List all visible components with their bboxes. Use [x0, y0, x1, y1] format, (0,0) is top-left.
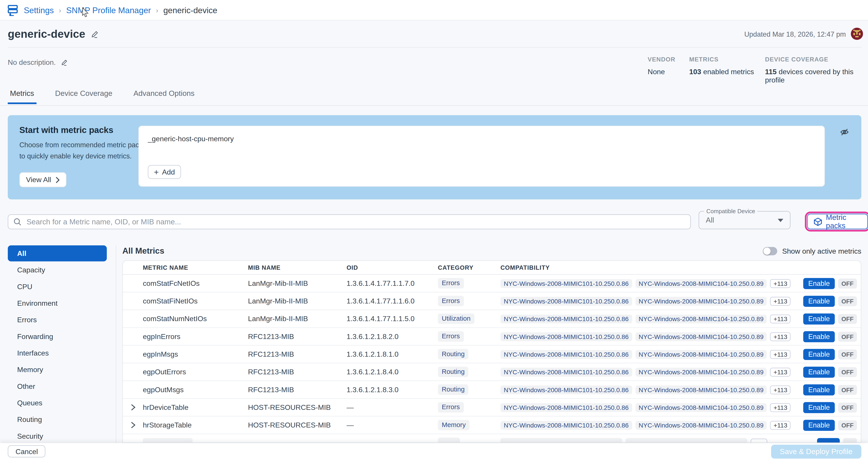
- more-devices-chip[interactable]: +113: [770, 314, 791, 323]
- category-cell: Errors: [438, 278, 500, 288]
- enable-button[interactable]: Enable: [803, 278, 835, 289]
- mib-name-cell: HOST-RESOURCES-MIB: [248, 421, 346, 429]
- compatibility-chip: NYC-Windows-2008-MIMIC101-10.250.0.86: [500, 314, 632, 323]
- edit-title-icon[interactable]: [91, 30, 99, 38]
- sidebar-item-interfaces[interactable]: Interfaces: [8, 345, 107, 361]
- more-devices-chip[interactable]: +113: [770, 367, 791, 376]
- off-status-badge: OFF: [838, 314, 857, 324]
- cancel-button[interactable]: Cancel: [8, 446, 46, 458]
- show-active-toggle[interactable]: [763, 247, 777, 255]
- off-status-badge: OFF: [838, 278, 857, 288]
- compatibility-cell: [500, 438, 807, 443]
- enable-button[interactable]: Enable: [803, 331, 835, 342]
- more-devices-chip[interactable]: +113: [770, 421, 791, 429]
- category-cell: Memory: [438, 420, 500, 430]
- enable-button[interactable]: Enable: [803, 384, 835, 395]
- sidebar-item-cpu[interactable]: CPU: [8, 279, 107, 295]
- more-devices-chip[interactable]: +113: [770, 332, 791, 341]
- metric-name[interactable]: egpInMsgs: [143, 350, 178, 358]
- stat-label: VENDOR: [648, 56, 676, 63]
- compatibility-chip: [500, 438, 622, 443]
- search-input[interactable]: [26, 217, 685, 226]
- metric-name[interactable]: comStatFcNetIOs: [143, 279, 199, 287]
- category-sidebar: AllCapacityCPUEnvironmentErrorsForwardin…: [8, 245, 107, 443]
- sidebar-item-all[interactable]: All: [8, 245, 107, 262]
- metric-name[interactable]: egpOutErrors: [143, 368, 186, 376]
- sidebar-item-capacity[interactable]: Capacity: [8, 262, 107, 278]
- breadcrumb-item-snmp-profile-manager[interactable]: SNMP Profile Manager: [66, 5, 151, 15]
- metric-name[interactable]: comStatNumNetIOs: [143, 315, 207, 323]
- more-devices-chip[interactable]: [751, 439, 767, 443]
- metric-pack-name: _generic-host-cpu-memory: [148, 134, 234, 143]
- oid-cell: 1.3.6.1.4.1.77.1.1.5.0: [346, 315, 438, 323]
- oid-cell: 1.3.6.1.2.1.8.3.0: [346, 386, 438, 394]
- metric-name[interactable]: egpInErrors: [143, 332, 180, 341]
- tab-device-coverage[interactable]: Device Coverage: [53, 89, 115, 104]
- breadcrumb: Settings›SNMP Profile Manager›generic-de…: [0, 0, 868, 21]
- off-status-badge: [843, 438, 857, 443]
- compatibility-chip: NYC-Windows-2008-MIMIC101-10.250.0.86: [500, 279, 632, 288]
- metric-packs-button[interactable]: Metric packs: [807, 214, 868, 229]
- category-chip: Routing: [438, 349, 468, 359]
- more-devices-chip[interactable]: +113: [770, 279, 791, 288]
- enable-button[interactable]: Enable: [803, 420, 835, 431]
- sidebar-item-other[interactable]: Other: [8, 378, 107, 394]
- view-all-button[interactable]: View All: [20, 172, 67, 187]
- category-cell: Errors: [438, 402, 500, 412]
- enable-button[interactable]: Enable: [803, 348, 835, 360]
- more-devices-chip[interactable]: +113: [770, 385, 791, 394]
- compatibility-chip: NYC-Windows-2008-MIMIC104-10.250.0.89: [635, 403, 767, 412]
- metric-name-cell: egpInMsgs: [143, 350, 248, 358]
- metric-name-cell: hrStorageTable: [143, 421, 248, 429]
- sidebar-item-errors[interactable]: Errors: [8, 312, 107, 328]
- mib-name-cell: LanMgr-Mib-II-MIB: [248, 297, 346, 305]
- more-devices-chip[interactable]: +113: [770, 350, 791, 359]
- more-devices-chip[interactable]: +113: [770, 297, 791, 305]
- mib-name-cell: RFC1213-MIB: [248, 368, 346, 376]
- compatibility-chip: NYC-Windows-2008-MIMIC104-10.250.0.89: [635, 421, 767, 429]
- oid-cell: —: [346, 403, 438, 411]
- sidebar-item-memory[interactable]: Memory: [8, 362, 107, 378]
- enable-button[interactable]: Enable: [803, 402, 835, 413]
- tab-advanced-options[interactable]: Advanced Options: [131, 89, 197, 104]
- sidebar-item-forwarding[interactable]: Forwarding: [8, 329, 107, 344]
- category-chip: Errors: [438, 296, 464, 306]
- sidebar-item-security[interactable]: Security: [8, 428, 107, 443]
- row-actions: EnableOFF: [808, 366, 861, 377]
- more-devices-chip[interactable]: +113: [770, 403, 791, 412]
- enable-button[interactable]: Enable: [803, 313, 835, 324]
- sidebar-scrollbar[interactable]: [116, 245, 116, 443]
- sidebar-item-queues[interactable]: Queues: [8, 395, 107, 411]
- category-cell: Utilization: [438, 313, 500, 324]
- metric-name[interactable]: egpOutMsgs: [143, 386, 184, 394]
- expand-chevron-icon[interactable]: [123, 422, 143, 429]
- metrics-table: METRIC NAMEMIB NAMEOIDCATEGORYCOMPATIBIL…: [122, 261, 862, 443]
- metric-name-cell: egpInErrors: [143, 332, 248, 341]
- off-status-badge: OFF: [838, 385, 857, 395]
- add-pack-button[interactable]: + Add: [148, 165, 181, 179]
- expand-chevron-icon[interactable]: [123, 404, 143, 411]
- save-deploy-button[interactable]: Save & Deploy Profile: [771, 445, 861, 459]
- stat-metrics: METRICS103 enabled metrics: [689, 56, 754, 76]
- mib-name-cell: HOST-RESOURCES-MIB: [248, 403, 346, 411]
- enable-button[interactable]: Enable: [803, 296, 835, 307]
- category-cell: [438, 437, 500, 443]
- enable-button[interactable]: [817, 438, 840, 443]
- row-actions: EnableOFF: [808, 402, 861, 413]
- breadcrumb-item-settings[interactable]: Settings: [24, 5, 54, 15]
- oid-cell: —: [346, 421, 438, 429]
- stat-label: DEVICE COVERAGE: [765, 56, 868, 63]
- metric-name[interactable]: comStatFiNetIOs: [143, 297, 197, 305]
- compatibility-chip: NYC-Windows-2008-MIMIC101-10.250.0.86: [500, 332, 632, 341]
- compatible-device-select[interactable]: Compatible Device All: [699, 211, 790, 229]
- metric-name[interactable]: hrDeviceTable: [143, 403, 188, 411]
- metric-packs-panel: Start with metric packs Choose from reco…: [8, 115, 862, 199]
- sidebar-item-environment[interactable]: Environment: [8, 295, 107, 311]
- enable-button[interactable]: Enable: [803, 366, 835, 377]
- table-row: egpInErrorsRFC1213-MIB1.3.6.1.2.1.8.2.0E…: [123, 328, 861, 345]
- sidebar-item-routing[interactable]: Routing: [8, 411, 107, 428]
- metric-name[interactable]: hrStorageTable: [143, 421, 192, 429]
- hide-panel-eye-off-icon[interactable]: [840, 127, 849, 137]
- tab-metrics[interactable]: Metrics: [8, 89, 36, 104]
- compatibility-cell: NYC-Windows-2008-MIMIC101-10.250.0.86NYC…: [500, 314, 807, 323]
